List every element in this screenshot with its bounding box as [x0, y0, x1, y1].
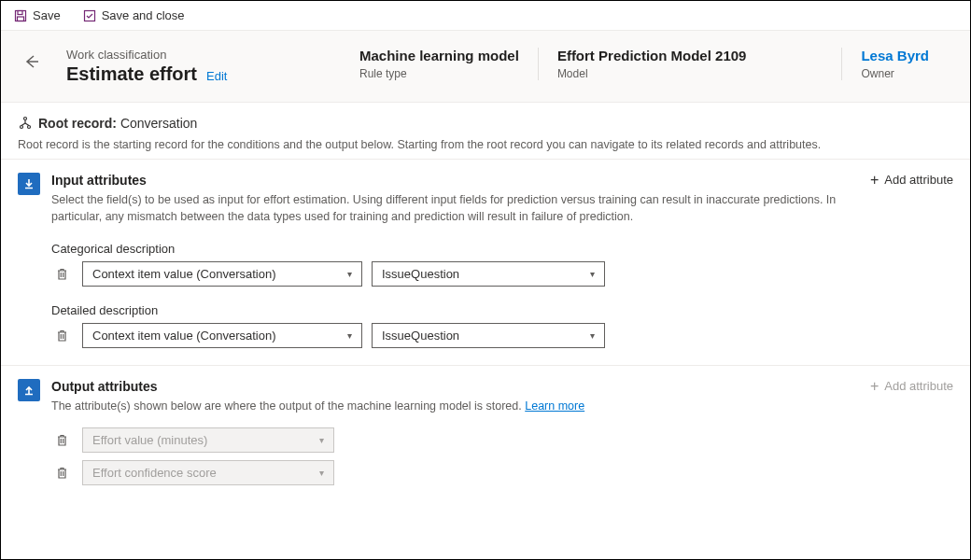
input-section-title: Input attributes [51, 173, 953, 188]
output-section-title: Output attributes [51, 379, 953, 394]
download-icon [18, 173, 40, 195]
upload-icon [18, 379, 40, 401]
input-1-source-select[interactable]: Context item value (Conversation) ▾ [82, 323, 362, 348]
output-1-select: Effort confidence score ▾ [82, 460, 334, 485]
save-close-icon [83, 9, 96, 22]
save-icon [14, 9, 27, 22]
input-field-0-label: Categorical description [51, 242, 953, 256]
input-section-desc: Select the field(s) to be used as input … [51, 191, 864, 225]
svg-point-6 [28, 126, 31, 129]
root-record-desc: Root record is the starting record for t… [18, 138, 953, 151]
add-output-attribute-button: + Add attribute [870, 377, 953, 395]
chevron-down-icon: ▾ [590, 330, 595, 341]
add-input-attribute-button[interactable]: + Add attribute [870, 171, 953, 189]
model-value: Effort Prediction Model 2109 [557, 48, 747, 63]
delete-output-0-button[interactable] [51, 429, 73, 451]
header-meta: Machine learning model Rule type Effort … [359, 48, 948, 80]
output-0-select: Effort value (minutes) ▾ [82, 427, 334, 453]
edit-link[interactable]: Edit [206, 69, 227, 83]
delete-output-1-button[interactable] [51, 462, 73, 483]
svg-rect-3 [84, 10, 94, 21]
input-1-attr-select[interactable]: IssueQuestion ▾ [372, 323, 605, 348]
owner-column: Lesa Byrd Owner [841, 48, 948, 80]
save-close-label: Save and close [102, 8, 185, 22]
input-field-0: Categorical description Context item val… [51, 242, 953, 287]
svg-point-4 [24, 118, 27, 120]
root-record-prefix: Root record: [38, 116, 117, 131]
breadcrumb: Work classification [66, 48, 300, 62]
trash-icon [55, 267, 69, 281]
output-section-desc: The attribute(s) shown below are where t… [51, 399, 525, 413]
save-button[interactable]: Save [10, 7, 64, 24]
rule-type-label: Rule type [359, 67, 519, 80]
chevron-down-icon: ▾ [347, 330, 352, 341]
svg-point-5 [21, 126, 23, 129]
learn-more-link[interactable]: Learn more [525, 399, 584, 413]
svg-rect-1 [18, 10, 22, 14]
model-label: Model [557, 67, 747, 80]
chevron-down-icon: ▾ [590, 269, 595, 279]
save-and-close-button[interactable]: Save and close [79, 7, 189, 24]
root-record-value: Conversation [120, 116, 198, 131]
chevron-down-icon: ▾ [319, 468, 324, 478]
output-attributes-section: + Add attribute Output attributes The at… [1, 365, 970, 510]
plus-icon: + [870, 377, 879, 395]
input-attributes-section: + Add attribute Input attributes Select … [1, 159, 970, 365]
input-field-1-label: Detailed description [51, 303, 953, 317]
trash-icon [55, 466, 69, 480]
back-button[interactable] [23, 53, 40, 70]
hierarchy-icon [18, 116, 33, 131]
header-title-block: Work classification Estimate effort Edit [66, 48, 300, 85]
trash-icon [55, 329, 69, 343]
model-column: Effort Prediction Model 2109 Model [538, 48, 766, 80]
root-record-bar: Root record: Conversation Root record is… [1, 103, 970, 159]
input-field-1: Detailed description Context item value … [51, 303, 953, 348]
save-label: Save [33, 8, 61, 22]
owner-label: Owner [861, 67, 929, 80]
chevron-down-icon: ▾ [347, 269, 352, 279]
delete-input-1-button[interactable] [51, 325, 73, 346]
arrow-left-icon [23, 53, 40, 70]
input-0-source-select[interactable]: Context item value (Conversation) ▾ [82, 261, 362, 287]
page-title: Estimate effort [66, 63, 197, 85]
chevron-down-icon: ▾ [319, 435, 324, 445]
rule-type-value: Machine learning model [359, 48, 519, 63]
owner-name: Lesa Byrd [861, 48, 929, 63]
output-field-0: Effort value (minutes) ▾ [51, 427, 953, 453]
toolbar: Save Save and close [1, 1, 970, 31]
input-0-attr-select[interactable]: IssueQuestion ▾ [372, 261, 605, 287]
rule-type-column: Machine learning model Rule type [359, 48, 538, 80]
trash-icon [55, 433, 69, 447]
output-field-1: Effort confidence score ▾ [51, 460, 953, 485]
plus-icon: + [870, 171, 879, 189]
svg-rect-2 [18, 17, 24, 21]
delete-input-0-button[interactable] [51, 263, 73, 285]
page-header: Work classification Estimate effort Edit… [1, 31, 970, 103]
